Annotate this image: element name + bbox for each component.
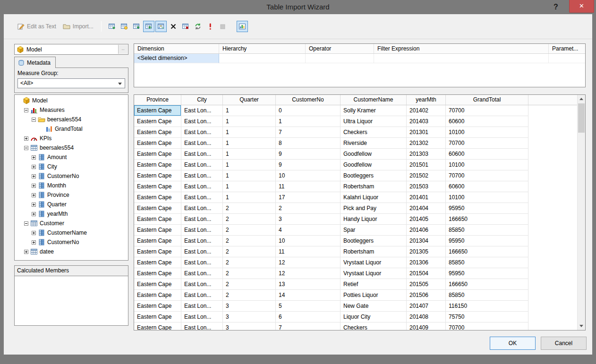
expand-icon[interactable] xyxy=(32,155,36,160)
data-cell[interactable]: Eastern Cape xyxy=(134,279,181,290)
calculated-members-list[interactable] xyxy=(15,276,128,325)
data-cell[interactable]: Eastern Cape xyxy=(134,116,181,127)
refresh-query-button[interactable] xyxy=(192,21,204,32)
data-cell[interactable]: 10100 xyxy=(446,160,528,170)
data-cell[interactable]: 3 xyxy=(223,322,276,330)
expand-icon[interactable] xyxy=(32,203,36,207)
show-aggregations-button[interactable] xyxy=(155,21,167,32)
table-row[interactable]: Eastern CapeEast Lon...23Handy Liquor201… xyxy=(134,214,577,225)
data-cell[interactable]: 10100 xyxy=(446,192,528,203)
tree-item-customer[interactable]: Customer xyxy=(15,219,128,228)
data-cell[interactable]: Vrystaat Liquor xyxy=(341,268,407,279)
table-row[interactable]: Eastern CapeEast Lon...19Goodfellow20150… xyxy=(134,160,577,170)
tree-item-quarter[interactable]: Quarter xyxy=(15,200,128,209)
data-cell[interactable]: 2 xyxy=(223,246,276,257)
data-cell[interactable]: 201502 xyxy=(407,170,446,181)
expand-icon[interactable] xyxy=(32,174,36,178)
data-cell[interactable]: 1 xyxy=(223,116,276,127)
data-cell[interactable]: 201409 xyxy=(407,322,446,330)
collapse-icon[interactable] xyxy=(32,118,36,122)
data-cell[interactable]: Eastern Cape xyxy=(134,268,181,279)
data-cell[interactable]: 7 xyxy=(276,322,341,330)
data-cell[interactable]: 1 xyxy=(223,138,276,149)
data-cell[interactable]: 17 xyxy=(276,192,341,203)
ok-button[interactable]: OK xyxy=(490,337,536,350)
data-cell[interactable]: 201303 xyxy=(407,149,446,160)
data-cell[interactable]: 166650 xyxy=(446,246,528,257)
data-cell[interactable]: 12 xyxy=(276,257,341,268)
scroll-up-button[interactable] xyxy=(578,95,585,103)
expand-icon[interactable] xyxy=(24,136,28,141)
column-header-dimension[interactable]: Dimension xyxy=(134,44,219,53)
data-cell[interactable]: 75750 xyxy=(446,312,528,322)
data-cell[interactable]: 166650 xyxy=(446,214,528,225)
data-cell[interactable]: 2 xyxy=(223,225,276,236)
model-selector[interactable]: Model .. xyxy=(14,44,128,55)
data-cell[interactable]: East Lon... xyxy=(181,236,223,246)
data-cell[interactable]: 201301 xyxy=(407,127,446,138)
data-cell[interactable]: Robertsham xyxy=(341,181,407,192)
data-cell[interactable]: 70700 xyxy=(446,322,528,330)
tree-item-customerno[interactable]: CustomerNo xyxy=(15,237,128,247)
data-cell[interactable]: 1 xyxy=(276,116,341,127)
table-row[interactable]: Eastern CapeEast Lon...10Solly Kramer201… xyxy=(134,105,577,116)
tree-item-kpis[interactable]: KPIs xyxy=(15,134,128,143)
data-cell[interactable]: 10 xyxy=(276,236,341,246)
data-cell[interactable]: 60600 xyxy=(446,181,528,192)
data-cell[interactable]: Eastern Cape xyxy=(134,160,181,170)
data-cell[interactable]: Checkers xyxy=(341,127,407,138)
data-cell[interactable]: East Lon... xyxy=(181,301,223,312)
data-cell[interactable]: 201304 xyxy=(407,236,446,246)
collapse-icon[interactable] xyxy=(24,108,28,112)
scroll-down-button[interactable] xyxy=(578,322,585,330)
data-cell[interactable]: Handy Liquor xyxy=(341,214,407,225)
data-cell[interactable]: 201405 xyxy=(407,214,446,225)
data-cell[interactable]: 201506 xyxy=(407,290,446,301)
data-cell[interactable]: 4 xyxy=(276,225,341,236)
data-cell[interactable]: 3 xyxy=(223,301,276,312)
data-cell[interactable]: Riverside xyxy=(341,138,407,149)
data-cell[interactable]: Goodfellow xyxy=(341,160,407,170)
data-cell[interactable]: East Lon... xyxy=(181,312,223,322)
data-cell[interactable]: Eastern Cape xyxy=(134,170,181,181)
data-cell[interactable]: 7 xyxy=(276,127,341,138)
data-cell[interactable]: 1 xyxy=(223,149,276,160)
data-cell[interactable]: 201406 xyxy=(407,225,446,236)
column-header-customerno[interactable]: CustomerNo xyxy=(276,95,341,105)
data-cell[interactable]: Eastern Cape xyxy=(134,246,181,257)
data-cell[interactable]: 9 xyxy=(276,160,341,170)
data-cell[interactable]: Eastern Cape xyxy=(134,149,181,160)
data-cell[interactable]: Eastern Cape xyxy=(134,192,181,203)
data-cell[interactable]: 1 xyxy=(223,127,276,138)
filter-cell[interactable] xyxy=(374,54,549,63)
tree-item-beersales554[interactable]: beersales554 xyxy=(15,143,128,152)
show-empty-cells-button[interactable] xyxy=(131,21,142,32)
data-cell[interactable]: Spar xyxy=(341,225,407,236)
data-cell[interactable]: Eastern Cape xyxy=(134,290,181,301)
column-header-filter-expression[interactable]: Filter Expression xyxy=(374,44,549,53)
data-cell[interactable]: 11 xyxy=(276,181,341,192)
data-cell[interactable]: 95950 xyxy=(446,268,528,279)
collapse-icon[interactable] xyxy=(24,221,28,226)
data-cell[interactable]: 2 xyxy=(223,268,276,279)
data-cell[interactable]: 1 xyxy=(223,192,276,203)
data-cell[interactable]: 3 xyxy=(223,312,276,322)
scroll-thumb[interactable] xyxy=(578,103,585,133)
data-cell[interactable]: Eastern Cape xyxy=(134,236,181,246)
close-button[interactable]: ✕ xyxy=(569,0,594,13)
data-cell[interactable]: 1 xyxy=(223,170,276,181)
data-cell[interactable]: 13 xyxy=(276,279,341,290)
delete-button[interactable] xyxy=(168,21,179,32)
table-row[interactable]: Eastern CapeEast Lon...111Robertsham2015… xyxy=(134,181,577,192)
data-cell[interactable]: Bootleggers xyxy=(341,170,407,181)
calculated-member-properties-button[interactable] xyxy=(119,21,130,32)
data-cell[interactable]: 10100 xyxy=(446,127,528,138)
data-cell[interactable]: Retief xyxy=(341,279,407,290)
data-cell[interactable]: 8 xyxy=(276,138,341,149)
cancel-query-button[interactable] xyxy=(217,21,228,32)
filter-row[interactable]: <Select dimension> xyxy=(134,54,585,63)
table-row[interactable]: Eastern CapeEast Lon...212Vrystaat Liquo… xyxy=(134,268,577,279)
table-row[interactable]: Eastern CapeEast Lon...213Retief20150516… xyxy=(134,279,577,290)
metadata-tree[interactable]: ModelMeasuresbeersales554GrandTotalKPIsb… xyxy=(14,94,128,261)
data-cell[interactable]: Eastern Cape xyxy=(134,301,181,312)
